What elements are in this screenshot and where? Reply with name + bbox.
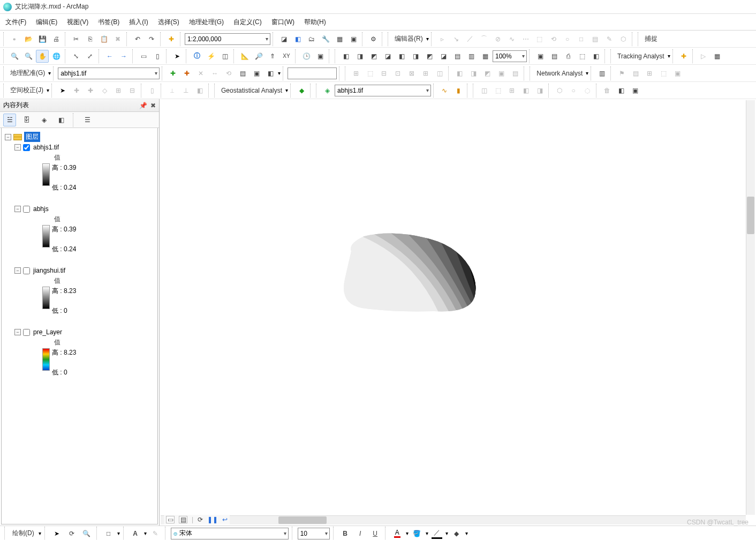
layer-name[interactable]: abhjs <box>32 205 50 213</box>
bold-button[interactable]: B <box>339 527 352 540</box>
geostat-analyst-menu[interactable]: Geostatistical Analyst <box>219 87 284 94</box>
georef-icon5[interactable]: ◧ <box>589 50 602 63</box>
open-button[interactable] <box>22 33 35 46</box>
menu-geoprocessing[interactable]: 地理处理(G) <box>189 18 224 27</box>
tracking-settings-icon[interactable]: ▦ <box>711 50 724 63</box>
menu-insert[interactable]: 插入(I) <box>129 18 148 27</box>
delete-button[interactable] <box>111 33 124 46</box>
surf-icon10[interactable]: ◧ <box>615 84 628 97</box>
vertical-scrollbar[interactable] <box>746 100 755 515</box>
font-size-combo[interactable]: 10 <box>298 528 330 539</box>
close-icon[interactable]: ✖ <box>150 102 156 109</box>
effects-icon1[interactable]: ◧ <box>339 50 352 63</box>
effects-icon7[interactable]: ◩ <box>423 50 436 63</box>
clear-select-icon[interactable]: ▯ <box>151 50 164 63</box>
editor-toolbar-icon[interactable]: ◪ <box>277 33 290 46</box>
measure-icon[interactable] <box>238 50 251 63</box>
list-by-source-icon[interactable]: 🗄 <box>20 114 33 126</box>
pan-tool-icon[interactable] <box>36 50 49 63</box>
paste-button[interactable] <box>97 33 110 46</box>
georef-view-icon[interactable]: ▣ <box>250 67 263 80</box>
expander-icon[interactable]: − <box>5 134 11 140</box>
spatial-adjust-menu[interactable]: 空间校正(J) <box>8 86 46 95</box>
toc-options-icon[interactable]: ☰ <box>81 114 94 126</box>
effects-icon4[interactable]: ◪ <box>381 50 394 63</box>
georef-icon4[interactable]: ⬚ <box>576 50 588 63</box>
print-button[interactable] <box>50 33 63 46</box>
marker-color-icon[interactable]: ◆ <box>450 527 463 540</box>
select-element-icon[interactable] <box>50 527 63 540</box>
expander-icon[interactable]: − <box>14 144 21 151</box>
rotate-icon[interactable]: ⟳ <box>65 527 78 540</box>
data-view-icon[interactable]: ▭ <box>166 516 175 523</box>
italic-button[interactable]: I <box>354 527 367 540</box>
layer-checkbox[interactable] <box>23 144 30 151</box>
arctoolbox-icon[interactable]: ⚙ <box>367 33 380 46</box>
cut-button[interactable] <box>70 33 82 46</box>
georef-measure-icon[interactable]: ◧ <box>264 67 277 80</box>
menu-edit[interactable]: 编辑(E) <box>36 18 57 27</box>
layer-name[interactable]: jiangshui.tif <box>32 266 66 275</box>
menu-bookmarks[interactable]: 书签(B) <box>98 18 119 27</box>
draw-menu[interactable]: 绘制(D) <box>10 529 36 538</box>
swipe-icon[interactable] <box>438 84 451 97</box>
menu-customize[interactable]: 自定义(C) <box>233 18 262 27</box>
viewer-window-icon[interactable]: ▣ <box>314 50 327 63</box>
scale-combo[interactable]: 1:2,000,000 <box>185 33 270 45</box>
zoom-icon[interactable]: 🔍 <box>80 527 93 540</box>
horizontal-scrollbar[interactable] <box>161 515 746 524</box>
georef-menu[interactable]: 地理配准(G) <box>8 69 47 78</box>
select-elements-icon[interactable] <box>171 50 184 63</box>
python-icon[interactable]: ▦ <box>333 33 346 46</box>
text-dropdown-icon[interactable]: ▾ <box>144 530 147 536</box>
georef-dropdown-icon[interactable]: ▾ <box>278 70 281 76</box>
geostat-wizard-icon[interactable]: ◆ <box>295 84 308 97</box>
menu-window[interactable]: 窗口(W) <box>271 18 294 27</box>
georef-icon1[interactable]: ▣ <box>534 50 547 63</box>
expander-icon[interactable]: − <box>14 267 21 274</box>
pin-icon[interactable]: 📌 <box>139 102 147 109</box>
layer-name[interactable]: pre_Layer <box>32 328 63 336</box>
prev-extent-icon[interactable] <box>103 50 116 63</box>
georef-icon3[interactable]: ⎙ <box>562 50 574 63</box>
font-color-icon[interactable]: A <box>391 527 404 540</box>
expander-icon[interactable]: − <box>14 329 21 335</box>
effects-icon5[interactable]: ◧ <box>395 50 408 63</box>
list-by-drawing-icon[interactable]: ☱ <box>3 114 16 126</box>
pause-drawing-icon[interactable]: ❚❚ <box>207 516 218 523</box>
layer-checkbox[interactable] <box>23 206 30 213</box>
zoom-in-icon[interactable] <box>8 50 21 63</box>
line-color-icon[interactable]: ／ <box>430 527 443 540</box>
menu-selection[interactable]: 选择(S) <box>158 18 179 27</box>
menu-file[interactable]: 文件(F) <box>5 18 26 27</box>
zoom-out-icon[interactable] <box>22 50 35 63</box>
toc-tree[interactable]: − 图层 − abhjs1.tif 值 高 : 0.39 低 : 0.24 <box>1 128 158 524</box>
tracking-analyst-menu[interactable]: Tracking Analyst <box>615 52 667 60</box>
effects-icon3[interactable]: ◩ <box>367 50 380 63</box>
effects-icon10[interactable]: ▥ <box>465 50 478 63</box>
search-icon[interactable]: 🔧 <box>319 33 332 46</box>
add-control-points-icon[interactable]: ✚ <box>167 67 179 80</box>
map-canvas[interactable]: ▭ ▤ | ⟳ ❚❚ ↩ <box>161 100 755 524</box>
effects-layer-combo[interactable]: abhjs1.tif <box>335 85 431 96</box>
model-builder-icon[interactable] <box>291 33 304 46</box>
font-combo[interactable]: ⌾宋体 <box>171 528 289 539</box>
refresh-icon[interactable]: ⟳ <box>198 516 203 523</box>
html-popup-icon[interactable]: ◫ <box>218 50 231 63</box>
toc-root-label[interactable]: 图层 <box>24 132 40 142</box>
layer-checkbox[interactable] <box>23 329 30 336</box>
toolbox-icon[interactable]: ▣ <box>347 33 360 46</box>
underline-button[interactable]: U <box>369 527 382 540</box>
network-analyst-menu[interactable]: Network Analyst <box>534 70 585 77</box>
redo-button[interactable] <box>145 33 158 46</box>
list-by-selection-icon[interactable]: ◧ <box>55 114 67 126</box>
georef-layer-combo[interactable]: abhjs1.tif <box>58 68 160 79</box>
copy-button[interactable] <box>84 33 96 46</box>
zoom-percent-combo[interactable]: 100% <box>493 50 527 62</box>
identify-icon[interactable] <box>191 50 203 63</box>
editor-menu[interactable]: 编辑器(R) <box>392 34 425 43</box>
shape-dropdown-icon[interactable]: ▾ <box>117 530 120 536</box>
georef-icon2[interactable]: ▤ <box>548 50 561 63</box>
fill-color-icon[interactable]: 🪣 <box>411 527 424 540</box>
find-route-icon[interactable]: ⇑ <box>266 50 279 63</box>
